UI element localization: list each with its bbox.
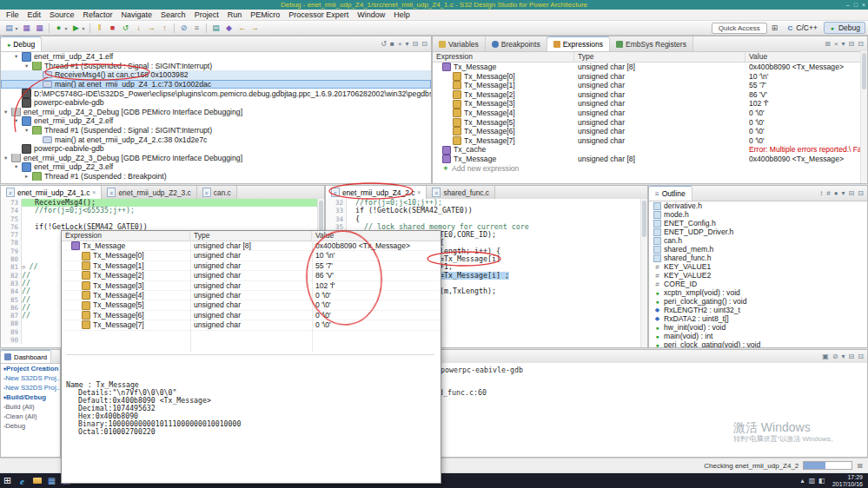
outline-item-function[interactable]: peri_clock_gating() : void <box>649 297 867 306</box>
outline-item-include[interactable]: shared_func.h <box>649 254 867 262</box>
step-over-icon[interactable]: → <box>146 23 157 34</box>
explorer-icon[interactable] <box>30 473 44 488</box>
tree-item-thread[interactable]: Thread #1 (Suspended : Signal : SIGINT:I… <box>1 126 431 135</box>
outline-item-function[interactable]: main(void) : int <box>649 332 867 340</box>
view-menu-icon[interactable]: ▾ <box>842 353 845 360</box>
close-tab-icon[interactable] <box>417 189 421 195</box>
editor-tab-z4-1[interactable]: enet_rmii_udp_Z4_1.c <box>1 186 102 199</box>
hide-macros-icon[interactable]: # <box>826 189 830 197</box>
expression-row[interactable]: Tx_Message[0] unsigned char 10 '\n' <box>433 72 867 82</box>
run-menu-icon[interactable]: ▾ <box>81 23 86 34</box>
tree-item-stack-frame[interactable]: main() at enet_rmii_udp_Z4_2.c:38 0x1d2e… <box>1 135 431 144</box>
suspend-icon[interactable]: ‖ <box>94 23 105 34</box>
tree-item-elf[interactable]: enet_rmii_udp_Z4_1.elf <box>1 52 431 62</box>
perspective-cpp[interactable]: C/C++ <box>782 23 822 33</box>
editor-tab-can[interactable]: can.c <box>197 186 237 199</box>
outline-item-include[interactable]: ENET_UDP_Driver.h <box>649 228 867 236</box>
pemicro-icon[interactable]: ◆ <box>223 23 235 34</box>
menu-processor-expert[interactable]: Processor Expert <box>284 10 353 19</box>
menu-run[interactable]: Run <box>223 10 247 19</box>
close-window-icon[interactable]: × <box>862 0 865 10</box>
sort-icon[interactable]: ↕ <box>819 189 823 197</box>
build-all-item[interactable]: Build (All) <box>1 402 60 412</box>
close-tab-icon[interactable] <box>92 189 96 195</box>
expression-row[interactable]: Tx_cache Error: Multiple errors reported… <box>433 145 867 155</box>
popup-expression-row[interactable]: Tx_Message[4] unsigned char 0 '\0' <box>62 291 441 300</box>
new-s32ds-project-link[interactable]: New S32DS Proj... <box>1 383 60 392</box>
expression-row[interactable]: Tx_Message[5] unsigned char 0 '\0' <box>433 118 867 128</box>
minimize-icon[interactable]: ⊟ <box>849 353 855 360</box>
separator[interactable] <box>174 23 175 33</box>
save-icon[interactable]: ▦ <box>21 23 32 34</box>
expression-row[interactable]: Tx_Message unsigned char [8] 0x400b8090 … <box>433 155 867 164</box>
tree-item-thread[interactable]: Thread #1 (Suspended : Breakpoint) <box>1 172 431 181</box>
editor-tab-shared-func[interactable]: shared_func.c <box>427 186 495 199</box>
minimize-icon[interactable]: ⊟ <box>849 189 855 197</box>
outline-item-variable[interactable]: RxDATA2 : uint8_t[] <box>649 314 867 323</box>
hide-static-members-icon[interactable]: ● <box>834 189 838 197</box>
open-perspective-icon[interactable]: ⊞ <box>772 23 779 32</box>
maximize-icon[interactable]: ⊡ <box>858 40 864 48</box>
popup-expression-row[interactable]: Tx_Message[3] unsigned char 102 'f' <box>62 281 441 291</box>
twistie-icon[interactable] <box>15 163 22 170</box>
menu-navigate[interactable]: Navigate <box>117 10 157 19</box>
twistie-icon[interactable] <box>4 155 11 162</box>
outline-item-function[interactable]: hw_init(void) : void <box>649 323 867 332</box>
expression-row[interactable]: Tx_Message[3] unsigned char 102 'f' <box>433 99 867 109</box>
section-build-debug[interactable]: Build/Debug <box>1 392 60 402</box>
twistie-icon[interactable] <box>4 109 11 115</box>
back-icon[interactable]: ← <box>236 23 248 34</box>
expression-row[interactable]: Tx_Message[2] unsigned char 86 'V' <box>433 90 867 100</box>
remove-all-terminated-icon[interactable]: × <box>398 40 402 48</box>
editor-tab-z4-2[interactable]: enet_rmii_udp_Z4_2.c <box>326 186 427 199</box>
menu-source[interactable]: Source <box>45 10 79 19</box>
column-type[interactable]: Type <box>190 231 312 241</box>
debug-menu-icon[interactable]: ▾ <box>63 23 69 34</box>
popup-expression-row[interactable]: Tx_Message[5] unsigned char 0 '\0' <box>62 300 441 310</box>
popup-expression-row[interactable]: Tx_Message[1] unsigned char 55 '7' <box>62 261 441 271</box>
tree-item-launch[interactable]: enet_rmii_udp_Z4_2_Debug [GDB PEMicro In… <box>1 108 431 117</box>
scrollbar[interactable] <box>640 199 647 347</box>
expression-row[interactable]: Tx_Message[4] unsigned char 0 '\0' <box>433 109 867 118</box>
instruction-stepping-icon[interactable]: ≡ <box>191 23 202 34</box>
tree-item-thread[interactable]: Thread #1 (Suspended : Signal : SIGINT:I… <box>1 62 431 71</box>
menu-project[interactable]: Project <box>190 10 223 19</box>
tab-embsys-registers[interactable]: EmbSys Registers <box>610 36 693 51</box>
separator[interactable] <box>49 23 50 33</box>
expression-row[interactable]: Tx_Message[6] unsigned char 0 '\0' <box>433 127 867 136</box>
start-button[interactable]: ⊞ <box>0 473 15 488</box>
clean-all-item[interactable]: Clean (All) <box>1 412 60 421</box>
debug-view-tab[interactable]: Debug <box>1 36 42 51</box>
outline-item-function[interactable]: peri_clock_gating(void) : void <box>649 340 867 348</box>
tray-volume-icon[interactable]: ◧ <box>817 473 826 488</box>
popup-expression-row[interactable]: Tx_Message unsigned char [8] 0x400b8090 … <box>62 241 441 251</box>
step-into-icon[interactable]: ↓ <box>133 23 144 34</box>
debug-item[interactable]: Debug <box>1 421 60 431</box>
cancel-task-icon[interactable] <box>857 462 863 470</box>
editor-tab-z2-3[interactable]: enet_rmii_udp_Z2_3.c <box>102 186 196 199</box>
twistie-icon[interactable] <box>25 127 32 134</box>
menu-search[interactable]: Search <box>156 10 190 19</box>
view-menu-icon[interactable]: ▾ <box>842 189 845 197</box>
outline-item-define[interactable]: KEY_VALUE2 <box>649 271 867 280</box>
tree-item-stack-frame[interactable]: ReceiveMsg4() at can.c:168 0x1003982 <box>1 70 431 80</box>
column-expression[interactable]: Expression <box>433 52 574 62</box>
outline-item-include[interactable]: shared_mem.h <box>649 245 867 254</box>
outline-item-define[interactable]: KEY_VALUE1 <box>649 262 867 271</box>
menu-help[interactable]: Help <box>389 10 414 19</box>
add-expression-icon[interactable]: ⊞ <box>825 40 831 48</box>
expression-inspect-popup[interactable]: Expression Type Value Tx_Message unsigne… <box>61 230 441 484</box>
maximize-icon[interactable]: ⊡ <box>858 353 864 360</box>
add-expression-row[interactable]: Add new expression <box>433 164 867 174</box>
expression-row[interactable]: Tx_Message[1] unsigned char 55 '7' <box>433 81 867 90</box>
ie-icon[interactable]: e <box>15 473 30 488</box>
terminate-icon[interactable]: ■ <box>107 23 118 34</box>
twistie-icon[interactable] <box>15 53 22 60</box>
menu-window[interactable]: Window <box>353 10 389 19</box>
maximize-window-icon[interactable]: □ <box>854 0 858 10</box>
tab-breakpoints[interactable]: Breakpoints <box>486 36 547 51</box>
outline-item-function[interactable]: xcptn_xmpl(void) : void <box>649 288 867 297</box>
restart-icon[interactable]: ↺ <box>381 40 387 48</box>
separator[interactable] <box>89 23 90 33</box>
separator[interactable] <box>206 23 207 33</box>
